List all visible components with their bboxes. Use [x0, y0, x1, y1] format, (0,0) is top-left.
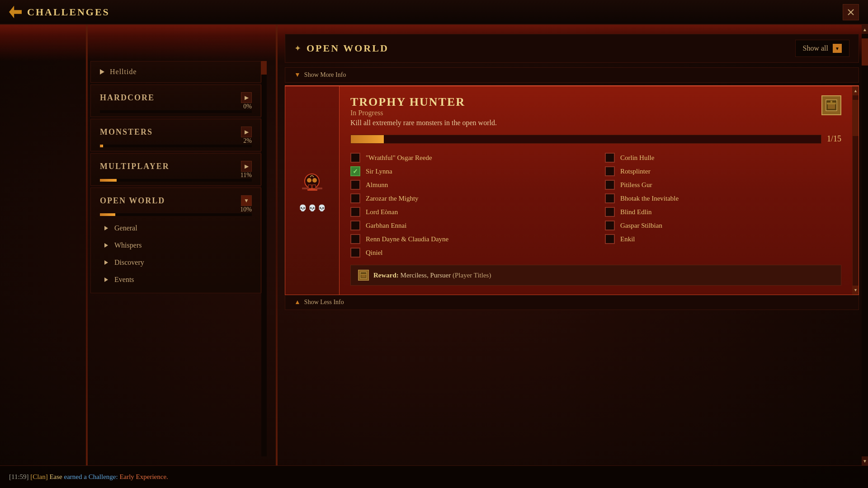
monster-label: Sir Lynna — [366, 168, 392, 175]
card-scroll-up[interactable]: ▲ — [853, 86, 859, 95]
show-more-label: Show More Info — [304, 71, 346, 79]
card-scrollbar-thumb[interactable] — [853, 100, 859, 136]
svg-point-3 — [307, 178, 311, 183]
checkbox-rotsplinter[interactable] — [605, 166, 615, 176]
reward-type: (Player Titles) — [453, 272, 491, 279]
sidebar-section-monsters[interactable]: MONSTERS ▶ 2% — [90, 119, 262, 151]
checkbox-qiniel[interactable] — [350, 248, 360, 258]
scroll-down-button[interactable]: ▼ — [862, 456, 868, 465]
open-world-chevron-icon[interactable]: ▼ — [241, 195, 252, 206]
card-scrollbar[interactable]: ▲ ▼ — [852, 86, 859, 295]
multiplayer-chevron-icon[interactable]: ▶ — [241, 161, 252, 172]
page-title: CHALLENGES — [27, 6, 110, 18]
checkbox-bhotak[interactable] — [605, 193, 615, 203]
whispers-arrow-icon — [104, 243, 108, 248]
show-less-info-bar[interactable]: ▲ Show Less Info — [285, 295, 859, 310]
main-content: Helltide HARDCORE ▶ 0% MONSTERS ▶ 2% — [0, 25, 868, 465]
checkbox-garbhan[interactable] — [350, 221, 360, 230]
checkbox-enkil[interactable] — [605, 234, 615, 244]
right-panel-scrollbar[interactable]: ▲ ▼ — [862, 25, 868, 465]
svg-rect-9 — [315, 188, 322, 189]
monster-label: Renn Dayne & Claudia Dayne — [366, 235, 448, 243]
sidebar-item-events[interactable]: Events — [91, 271, 261, 288]
monster-label: Rotsplinter — [620, 168, 651, 175]
checkbox-lord-eonan[interactable] — [350, 207, 360, 217]
chat-action: earned a Challenge: — [64, 473, 118, 480]
sidebar-item-whispers[interactable]: Whispers — [91, 237, 261, 254]
open-world-progress-text: 10% — [240, 206, 252, 213]
show-more-arrow-icon: ▼ — [294, 71, 301, 79]
monster-label: Pitiless Gur — [620, 181, 652, 189]
card-scroll-down[interactable]: ▼ — [853, 286, 859, 295]
monster-label: Lord Eònan — [366, 208, 398, 216]
reward-label: Reward: — [373, 272, 399, 279]
reward-text: Reward: Merciless, Pursuer (Player Title… — [373, 272, 491, 279]
hardcore-chevron-icon[interactable]: ▶ — [241, 92, 252, 103]
svg-rect-8 — [302, 188, 309, 189]
checkbox-almunn[interactable] — [350, 180, 360, 190]
list-item: Corlin Hulle — [605, 153, 841, 163]
chat-message: [11:59] [Clan] Ease earned a Challenge: … — [9, 473, 168, 481]
left-scrollbar-thumb[interactable] — [261, 61, 267, 75]
right-panel: ✦ OPEN WORLD Show all ▼ ▼ Show More Info — [271, 25, 868, 465]
sidebar-item-discovery[interactable]: Discovery — [91, 254, 261, 271]
events-arrow-icon — [104, 277, 108, 282]
left-panel: Helltide HARDCORE ▶ 0% MONSTERS ▶ 2% — [0, 25, 271, 465]
list-item: Lord Eònan — [350, 207, 587, 217]
checkbox-gaspar[interactable] — [605, 221, 615, 230]
general-label: General — [114, 224, 137, 232]
monster-label: Garbhan Ennai — [366, 222, 406, 230]
trophy-header: TROPHY HUNTER In Progress — [350, 95, 841, 117]
back-arrow-icon[interactable] — [9, 6, 22, 19]
list-item: Enkil — [605, 234, 841, 244]
skull-icon-1: 💀 — [299, 204, 307, 212]
skull-icon-2: 💀 — [308, 204, 316, 212]
checkbox-pitiless[interactable] — [605, 180, 615, 190]
checkbox-zarozar[interactable] — [350, 193, 360, 203]
discovery-arrow-icon — [104, 260, 108, 265]
sidebar-section-helltide[interactable]: Helltide — [90, 61, 262, 83]
trophy-status: In Progress — [350, 109, 465, 117]
multiplayer-label: MULTIPLAYER — [100, 162, 241, 171]
checkbox-wrathful[interactable] — [350, 153, 360, 163]
sidebar-item-general[interactable]: General — [91, 220, 261, 237]
sidebar-section-hardcore[interactable]: HARDCORE ▶ 0% — [90, 84, 262, 117]
list-item: "Wrathful" Osgar Reede — [350, 153, 587, 163]
open-world-progress: 10% — [100, 213, 252, 216]
trophy-progress-container: 1/15 — [350, 134, 841, 144]
checkbox-corlin[interactable] — [605, 153, 615, 163]
list-item: Qiniel — [350, 248, 587, 258]
left-scrollbar[interactable] — [261, 61, 267, 456]
checkmark-icon: ✓ — [353, 168, 358, 175]
show-all-dropdown[interactable]: Show all ▼ — [795, 40, 849, 57]
scroll-up-button[interactable]: ▲ — [862, 25, 868, 34]
show-more-info-bar[interactable]: ▼ Show More Info — [285, 67, 859, 83]
trophy-card: 💀 💀 💀 TROPHY HUNTER In Progress — [285, 85, 859, 295]
trophy-progress-text: 1/15 — [827, 134, 841, 144]
events-label: Events — [114, 276, 134, 284]
trophy-description: Kill all extremely rare monsters in the … — [350, 119, 841, 127]
list-item: Pitiless Gur — [605, 180, 841, 190]
hardcore-label: HARDCORE — [100, 93, 241, 103]
section-icon: ✦ — [294, 43, 301, 53]
checkbox-renn-dayne[interactable] — [350, 234, 360, 244]
list-item: Zarozar the Mighty — [350, 193, 587, 203]
checkbox-blind-edlin[interactable] — [605, 207, 615, 217]
svg-rect-13 — [830, 101, 832, 104]
list-item: Renn Dayne & Claudia Dayne — [350, 234, 587, 244]
trophy-progress-bar — [350, 135, 821, 144]
chat-bar: [11:59] [Clan] Ease earned a Challenge: … — [0, 465, 868, 488]
right-scrollbar-thumb[interactable] — [862, 38, 868, 66]
checkbox-sirlynna[interactable]: ✓ — [350, 166, 360, 176]
monsters-chevron-icon[interactable]: ▶ — [241, 127, 252, 137]
skull-icon-3: 💀 — [318, 204, 326, 212]
monster-label: Corlin Hulle — [620, 154, 654, 162]
reward-icon — [358, 270, 369, 281]
close-icon[interactable] — [843, 4, 859, 20]
monster-label: Bhotak the Inevitable — [620, 195, 679, 202]
general-arrow-icon — [104, 226, 108, 230]
sidebar-section-multiplayer[interactable]: MULTIPLAYER ▶ 11% — [90, 153, 262, 186]
show-less-arrow-icon: ▲ — [294, 299, 301, 306]
sidebar-section-open-world[interactable]: OPEN WORLD ▼ 10% General Whispers — [90, 188, 262, 293]
list-item: Almunn — [350, 180, 587, 190]
